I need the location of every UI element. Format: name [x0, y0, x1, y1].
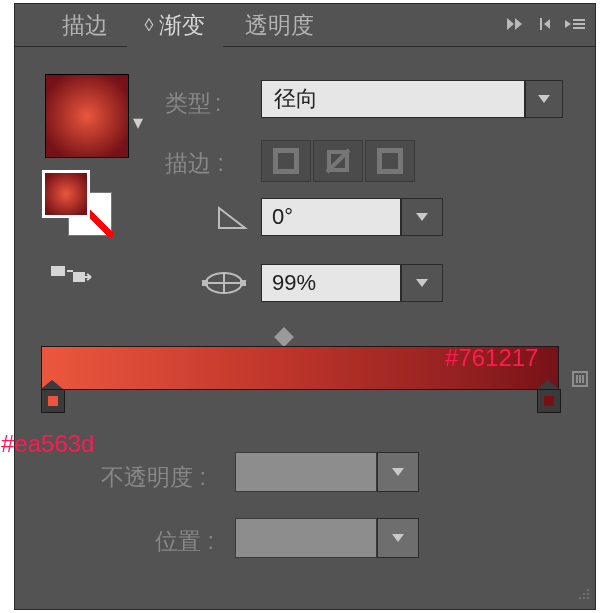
gradient-stop-right[interactable] — [537, 388, 559, 416]
position-dropdown-button — [377, 518, 419, 558]
svg-rect-5 — [73, 272, 85, 282]
stroke-label: 描边 : — [165, 148, 224, 179]
gradient-preview-swatch[interactable] — [45, 74, 129, 158]
type-dropdown[interactable]: 径向 — [261, 80, 563, 118]
unsaved-dot-icon: ◊ — [145, 15, 154, 36]
fill-stroke-swatches[interactable] — [42, 170, 122, 240]
svg-rect-6 — [275, 150, 297, 172]
aspect-field[interactable]: 99% — [261, 264, 401, 302]
reverse-gradient-icon[interactable] — [51, 262, 95, 290]
svg-rect-4 — [51, 266, 65, 276]
chevron-down-icon — [416, 213, 428, 221]
svg-point-24 — [587, 597, 589, 599]
stroke-align-group — [261, 140, 415, 182]
panel-menu-icon[interactable] — [563, 12, 587, 36]
stroke-align-within[interactable] — [261, 140, 311, 182]
chevron-down-icon — [416, 279, 428, 287]
chevron-down-icon — [392, 468, 404, 476]
annotation-right-color: #761217 — [445, 344, 538, 372]
tab-gradient[interactable]: ◊ 渐变 — [127, 4, 223, 46]
svg-rect-9 — [379, 150, 401, 172]
svg-rect-14 — [240, 280, 246, 286]
opacity-dropdown — [235, 452, 419, 492]
fill-swatch[interactable] — [42, 170, 90, 218]
position-label: 位置 : — [155, 526, 214, 557]
svg-rect-2 — [573, 23, 585, 25]
opacity-dropdown-button — [377, 452, 419, 492]
fast-forward-icon[interactable] — [503, 12, 527, 36]
chevron-down-icon — [392, 534, 404, 542]
panel-body: ▾ 类型: 径向 描边 : — [15, 48, 595, 609]
angle-dropdown[interactable]: 0° — [261, 198, 443, 236]
midpoint-handle[interactable] — [274, 327, 294, 347]
position-field — [235, 518, 377, 558]
svg-rect-1 — [573, 19, 585, 21]
aspect-dropdown-button[interactable] — [401, 264, 443, 302]
type-field[interactable]: 径向 — [261, 80, 525, 118]
type-label: 类型: — [165, 88, 221, 119]
opacity-field — [235, 452, 377, 492]
annotation-left-color: #ea563d — [1, 430, 94, 458]
tab-transparency[interactable]: 透明度 — [225, 4, 333, 46]
svg-point-21 — [587, 593, 589, 595]
panel-header: 描边 ◊ 渐变 透明度 — [15, 4, 595, 46]
gradient-panel: 描边 ◊ 渐变 透明度 ▾ — [14, 3, 596, 610]
chevron-down-icon — [538, 95, 550, 103]
svg-rect-0 — [540, 18, 542, 30]
svg-point-22 — [579, 597, 581, 599]
svg-point-23 — [583, 597, 585, 599]
svg-point-20 — [583, 593, 585, 595]
stroke-align-across[interactable] — [365, 140, 415, 182]
angle-dropdown-button[interactable] — [401, 198, 443, 236]
delete-stop-icon[interactable] — [571, 368, 589, 394]
svg-rect-3 — [573, 27, 585, 29]
aspect-ratio-icon — [201, 268, 247, 302]
stroke-align-along[interactable] — [313, 140, 363, 182]
aspect-dropdown[interactable]: 99% — [261, 264, 443, 302]
opacity-label: 不透明度 : — [101, 462, 206, 493]
gradient-swatch-menu-icon[interactable]: ▾ — [133, 110, 143, 134]
angle-field[interactable]: 0° — [261, 198, 401, 236]
tab-stroke[interactable]: 描边 — [45, 4, 125, 46]
svg-point-19 — [587, 589, 589, 591]
collapse-icon[interactable] — [533, 12, 557, 36]
gradient-stop-left[interactable] — [41, 388, 63, 416]
svg-rect-13 — [202, 280, 208, 286]
type-dropdown-button[interactable] — [525, 80, 563, 118]
angle-icon — [215, 204, 249, 236]
resize-grip-icon[interactable] — [575, 585, 591, 605]
position-dropdown — [235, 518, 419, 558]
